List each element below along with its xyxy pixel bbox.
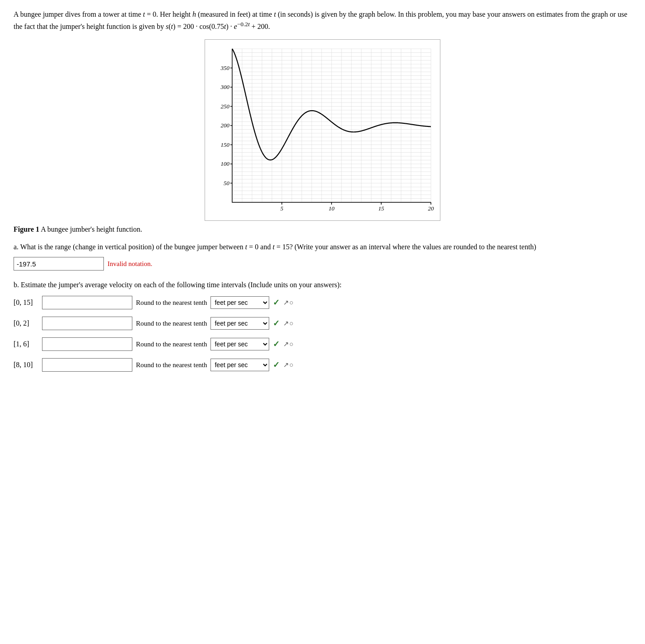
figure-caption-text: A bungee jumber's height function. — [39, 225, 142, 233]
round-label-0-15: Round to the nearest tenth — [136, 299, 207, 307]
units-select-1-6[interactable]: feet per sec feet seconds feet per sec² — [210, 338, 269, 350]
redo-icon-0-15[interactable]: ↗○ — [283, 299, 293, 307]
check-icon-0-2: ✓ — [273, 318, 280, 328]
part-a-input[interactable] — [14, 257, 104, 271]
check-icon-1-6: ✓ — [273, 339, 280, 349]
bungee-graph — [205, 39, 440, 221]
units-select-8-10[interactable]: feet per sec feet seconds feet per sec² — [210, 359, 269, 371]
part-a-answer-row: Invalid notation. — [14, 257, 631, 271]
input-1-6[interactable] — [42, 337, 132, 351]
invalid-notation-message: Invalid notation. — [108, 260, 152, 268]
redo-icon-1-6[interactable]: ↗○ — [283, 340, 293, 348]
round-label-8-10: Round to the nearest tenth — [136, 361, 207, 369]
input-0-2[interactable] — [42, 317, 132, 330]
round-label-1-6: Round to the nearest tenth — [136, 341, 207, 348]
row-1-6: [1, 6] Round to the nearest tenth feet p… — [14, 337, 631, 351]
units-select-0-15[interactable]: feet per sec feet seconds feet per sec² — [210, 296, 269, 309]
problem-intro: A bungee jumper dives from a tower at ti… — [14, 9, 631, 32]
row-8-10: [8, 10] Round to the nearest tenth feet … — [14, 358, 631, 372]
part-b-intro: b. Estimate the jumper's average velocit… — [14, 280, 631, 290]
interval-0-15: [0, 15] — [14, 299, 38, 307]
interval-0-2: [0, 2] — [14, 319, 38, 327]
row-0-15: [0, 15] Round to the nearest tenth feet … — [14, 296, 631, 309]
interval-8-10: [8, 10] — [14, 361, 38, 369]
part-a-question: a. What is the range (change in vertical… — [14, 242, 631, 252]
input-0-15[interactable] — [42, 296, 132, 309]
graph-container — [14, 39, 631, 221]
redo-icon-8-10[interactable]: ↗○ — [283, 361, 293, 369]
input-8-10[interactable] — [42, 358, 132, 372]
figure-label: Figure 1 — [14, 225, 39, 233]
part-b-block: b. Estimate the jumper's average velocit… — [14, 280, 631, 372]
interval-1-6: [1, 6] — [14, 340, 38, 348]
round-label-0-2: Round to the nearest tenth — [136, 320, 207, 327]
redo-icon-0-2[interactable]: ↗○ — [283, 319, 293, 327]
figure-caption: Figure 1 A bungee jumber's height functi… — [14, 225, 631, 233]
row-0-2: [0, 2] Round to the nearest tenth feet p… — [14, 317, 631, 330]
check-icon-8-10: ✓ — [273, 360, 280, 370]
units-select-0-2[interactable]: feet per sec feet seconds feet per sec² — [210, 317, 269, 330]
check-icon-0-15: ✓ — [273, 298, 280, 308]
part-a-block: a. What is the range (change in vertical… — [14, 242, 631, 271]
